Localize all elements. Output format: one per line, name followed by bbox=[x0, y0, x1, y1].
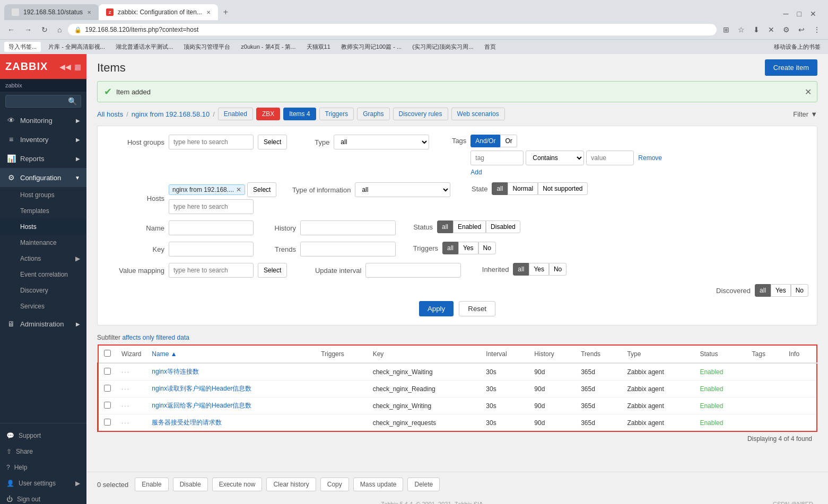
apply-button[interactable]: Apply bbox=[419, 301, 454, 316]
row-checkbox[interactable] bbox=[104, 368, 111, 375]
sidebar-share[interactable]: ⇧ Share bbox=[0, 444, 86, 459]
bookmark-6[interactable]: 教师实习周记100篇 - ... bbox=[338, 42, 405, 52]
delete-button[interactable]: Delete bbox=[407, 478, 440, 491]
breadcrumb-tab-triggers[interactable]: Triggers bbox=[319, 108, 354, 120]
mass-update-button[interactable]: Mass update bbox=[353, 478, 404, 491]
trends-input[interactable] bbox=[300, 242, 396, 257]
row-checkbox-cell[interactable] bbox=[98, 414, 117, 432]
row-checkbox-cell[interactable] bbox=[98, 381, 117, 397]
trends-header[interactable]: Trends bbox=[576, 345, 622, 363]
status-header[interactable]: Status bbox=[694, 345, 746, 363]
name-header[interactable]: Name ▲ bbox=[146, 345, 316, 363]
window-close-button[interactable]: ✕ bbox=[807, 7, 820, 20]
triggers-no-button[interactable]: No bbox=[478, 242, 496, 254]
update-interval-input[interactable] bbox=[365, 263, 461, 278]
row-checkbox-cell[interactable] bbox=[98, 397, 117, 414]
download-button[interactable]: ⬇ bbox=[750, 23, 763, 36]
sidebar-item-hosts[interactable]: Hosts bbox=[0, 219, 86, 235]
status-all-button[interactable]: all bbox=[437, 220, 453, 233]
tag-remove-link[interactable]: Remove bbox=[638, 154, 662, 162]
nav-monitoring[interactable]: 👁 Monitoring ▶ bbox=[0, 111, 86, 130]
item-name-link[interactable]: nginx等待连接数 bbox=[152, 368, 199, 375]
forward-button[interactable]: → bbox=[21, 23, 35, 36]
sidebar-toggle-icon[interactable]: ▦ bbox=[74, 63, 81, 71]
tag-and-or-button[interactable]: And/Or bbox=[470, 135, 500, 147]
row-checkbox-cell[interactable] bbox=[98, 363, 117, 381]
tab1-close[interactable]: ✕ bbox=[87, 10, 91, 15]
status-enabled-button[interactable]: Enabled bbox=[453, 220, 486, 233]
extensions-button[interactable]: ⊞ bbox=[720, 23, 733, 36]
nav-reports[interactable]: 📊 Reports ▶ bbox=[0, 149, 86, 168]
bookmark-8[interactable]: 首页 bbox=[481, 42, 499, 52]
filter-toggle-button[interactable]: Filter ▼ bbox=[793, 110, 817, 118]
bookmark-1[interactable]: 片库 - 全网高清影视... bbox=[45, 42, 108, 52]
triggers-header[interactable]: Triggers bbox=[316, 345, 367, 363]
minimize-button[interactable]: ─ bbox=[780, 7, 792, 20]
reload-button[interactable]: ↻ bbox=[38, 23, 51, 36]
bookmark-mobile[interactable]: 移动设备上的书签 bbox=[771, 42, 824, 52]
row-checkbox[interactable] bbox=[104, 385, 111, 392]
sidebar-collapse-icon[interactable]: ◀◀ bbox=[59, 63, 71, 71]
tag-add-link[interactable]: Add bbox=[470, 169, 662, 176]
state-not-supported-button[interactable]: Not supported bbox=[538, 182, 587, 195]
breadcrumb-tab-graphs[interactable]: Graphs bbox=[357, 108, 389, 120]
sidebar-support[interactable]: 💬 Support bbox=[0, 428, 86, 444]
breadcrumb-tab-enabled[interactable]: Enabled bbox=[218, 108, 253, 120]
item-name-cell[interactable]: nginx返回给客户端的Header信息数 bbox=[146, 397, 316, 414]
host-groups-input[interactable] bbox=[169, 135, 254, 149]
wizard-dots[interactable]: ··· bbox=[116, 381, 146, 397]
bookmark-2[interactable]: 湖北普通话水平测试... bbox=[112, 42, 176, 52]
triggers-yes-button[interactable]: Yes bbox=[458, 242, 478, 254]
browser-tab-1[interactable]: 192.168.58.10/status ✕ bbox=[4, 4, 99, 20]
row-checkbox[interactable] bbox=[104, 419, 111, 426]
profile-button[interactable]: ✕ bbox=[765, 23, 778, 36]
breadcrumb-tab-zbx[interactable]: ZBX bbox=[256, 108, 280, 120]
type-header[interactable]: Type bbox=[622, 345, 694, 363]
value-mapping-input[interactable] bbox=[169, 263, 254, 278]
breadcrumb-tab-web-scenarios[interactable]: Web scenarios bbox=[451, 108, 505, 120]
sidebar-sign-out[interactable]: ⏻ Sign out bbox=[0, 491, 86, 504]
host-groups-select-button[interactable]: Select bbox=[258, 135, 287, 149]
hosts-search-input[interactable] bbox=[169, 199, 254, 214]
tag-condition-select[interactable]: Contains Equals bbox=[526, 151, 584, 165]
bookmark-import[interactable]: 导入书签... bbox=[4, 42, 41, 52]
sidebar-item-discovery[interactable]: Discovery bbox=[0, 282, 86, 298]
state-normal-button[interactable]: Normal bbox=[508, 182, 538, 195]
execute-now-button[interactable]: Execute now bbox=[212, 478, 263, 491]
browser-menu-button[interactable]: ⋮ bbox=[810, 23, 824, 36]
disable-button[interactable]: Disable bbox=[173, 478, 208, 491]
state-all-button[interactable]: all bbox=[492, 182, 508, 195]
select-all-header[interactable] bbox=[98, 345, 117, 363]
home-button[interactable]: ⌂ bbox=[54, 23, 65, 36]
sidebar-item-maintenance[interactable]: Maintenance bbox=[0, 235, 86, 251]
item-name-cell[interactable]: nginx读取到客户端的Header信息数 bbox=[146, 381, 316, 397]
type-of-info-select[interactable]: all bbox=[355, 182, 450, 197]
back-button[interactable]: ← bbox=[4, 23, 18, 36]
item-name-link[interactable]: nginx返回给客户端的Header信息数 bbox=[152, 402, 251, 409]
breadcrumb-all-hosts[interactable]: All hosts bbox=[97, 110, 123, 118]
bookmark-5[interactable]: 天猫双11 bbox=[303, 42, 334, 52]
enable-button[interactable]: Enable bbox=[135, 478, 168, 491]
sidebar-user-settings[interactable]: 👤 User settings ▶ bbox=[0, 475, 86, 491]
history-header[interactable]: History bbox=[529, 345, 576, 363]
breadcrumb-tab-discovery-rules[interactable]: Discovery rules bbox=[393, 108, 448, 120]
item-name-link[interactable]: nginx读取到客户端的Header信息数 bbox=[152, 385, 251, 392]
nav-configuration[interactable]: ⚙ Configuration ▼ bbox=[0, 168, 86, 187]
settings-button[interactable]: ⚙ bbox=[780, 23, 793, 36]
inherited-yes-button[interactable]: Yes bbox=[529, 263, 549, 276]
name-input[interactable] bbox=[169, 220, 254, 235]
breadcrumb-host[interactable]: nginx from 192.168.58.10 bbox=[132, 110, 210, 118]
tag-or-button[interactable]: Or bbox=[500, 135, 517, 147]
new-tab-button[interactable]: + bbox=[218, 4, 233, 20]
reset-button[interactable]: Reset bbox=[459, 301, 495, 316]
row-checkbox[interactable] bbox=[104, 402, 111, 409]
bookmark-7[interactable]: (实习周记)顶岗实习周... bbox=[409, 42, 477, 52]
status-disabled-button[interactable]: Disabled bbox=[486, 220, 520, 233]
select-all-checkbox[interactable] bbox=[104, 350, 111, 357]
wizard-dots[interactable]: ··· bbox=[116, 363, 146, 381]
item-name-cell[interactable]: 服务器接受处理的请求数 bbox=[146, 414, 316, 432]
hosts-tag-remove-icon[interactable]: ✕ bbox=[236, 186, 241, 193]
notification-close-button[interactable]: ✕ bbox=[805, 87, 812, 97]
interval-header[interactable]: Interval bbox=[481, 345, 529, 363]
triggers-all-button[interactable]: all bbox=[442, 242, 458, 254]
